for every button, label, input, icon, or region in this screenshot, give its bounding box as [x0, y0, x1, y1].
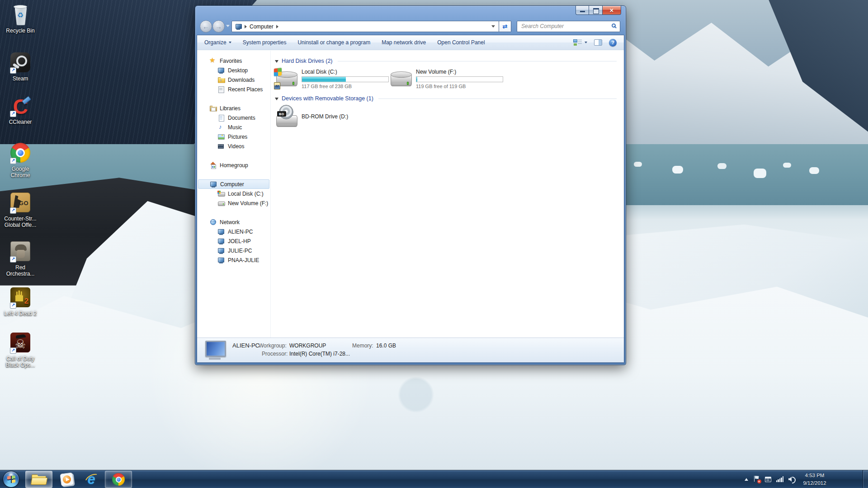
breadcrumb-arrow-icon[interactable] — [276, 25, 278, 28]
desktop-icon-red-orchestra[interactable]: Red Orchestra... — [1, 240, 40, 277]
sidebar-item-pictures[interactable]: Pictures — [197, 132, 270, 141]
details-pane: ALIEN-PC Workgroup: WORKGROUP Memory: 16… — [197, 338, 624, 362]
taskbar-media-player-button[interactable] — [56, 471, 78, 488]
workgroup-label: Workgroup: — [259, 343, 287, 349]
desktop-icon-left-4-dead-2[interactable]: 2 Left 4 Dead 2 — [1, 286, 40, 317]
bd-label: BD — [277, 111, 286, 117]
sidebar-item-joel-hp[interactable]: JOEL-HP — [197, 236, 270, 246]
sidebar-group-computer[interactable]: Computer — [198, 179, 269, 189]
favorites-star-icon — [209, 57, 217, 65]
file-list-area: Hard Disk Drives (2) 22 Local Disk (C:) — [271, 51, 624, 338]
sidebar-item-alien-pc[interactable]: ALIEN-PC — [197, 227, 270, 236]
sidebar-item-desktop[interactable]: Desktop — [197, 66, 270, 75]
start-button[interactable] — [3, 471, 19, 488]
processor-value: Intel(R) Core(TM) i7-28... — [289, 351, 350, 357]
shortcut-arrow-icon — [10, 111, 16, 117]
show-desktop-button[interactable] — [863, 470, 868, 488]
desktop-icon-recycle-bin[interactable]: Recycle Bin — [1, 5, 40, 34]
sidebar-item-pnaa-julie[interactable]: PNAA-JULIE — [197, 255, 270, 265]
breadcrumb-location[interactable]: Computer — [250, 23, 274, 30]
open-control-panel-button[interactable]: Open Control Panel — [437, 39, 485, 46]
change-view-button[interactable] — [573, 39, 587, 46]
history-dropdown-icon[interactable] — [226, 25, 230, 27]
drive-new-volume-f[interactable]: New Volume (F:) 119 GB free of 119 GB — [389, 68, 504, 89]
windows-update-icon[interactable] — [765, 477, 771, 482]
address-bar[interactable]: Computer — [231, 21, 499, 32]
chevron-down-icon — [229, 42, 231, 43]
address-dropdown-icon[interactable] — [491, 25, 495, 28]
taskbar-chrome-button[interactable] — [105, 471, 132, 488]
sidebar-item-new-volume-f[interactable]: New Volume (F:) — [197, 198, 270, 208]
desktop-icon-ccleaner[interactable]: CCleaner — [1, 96, 40, 125]
sidebar-item-julie-pc[interactable]: JULIE-PC — [197, 246, 270, 255]
search-input[interactable]: Search Computer — [517, 21, 620, 32]
network-pc-icon — [217, 247, 225, 254]
group-header-hard-disk-drives[interactable]: Hard Disk Drives (2) — [275, 57, 617, 65]
drive-bd-rom-d[interactable]: BD BD-ROM Drive (D:) — [275, 105, 617, 128]
taskbar-explorer-button[interactable] — [25, 471, 52, 488]
music-note-icon — [217, 124, 225, 131]
maximize-button[interactable] — [589, 6, 602, 15]
volume-icon[interactable] — [788, 476, 796, 482]
capacity-bar — [416, 76, 503, 82]
system-properties-button[interactable]: System properties — [243, 39, 287, 46]
desktop-icon-label: Red Orchestra... — [1, 264, 40, 277]
clock-date: 9/12/2012 — [801, 479, 828, 487]
shortcut-arrow-icon — [10, 207, 16, 214]
memory-label: Memory: — [352, 343, 373, 349]
drive-name: New Volume (F:) — [416, 69, 503, 75]
back-button[interactable]: ← — [200, 20, 212, 33]
explorer-window: ← → Computer ⇄ Search Computer Organize … — [195, 5, 626, 365]
sidebar-item-documents[interactable]: Documents — [197, 113, 270, 122]
drive-led — [407, 82, 409, 85]
collapse-triangle-icon[interactable] — [275, 60, 278, 63]
command-toolbar: Organize System properties Uninstall or … — [197, 35, 624, 50]
desktop-icon-label: Counter-Str... Global Offe... — [1, 216, 40, 228]
ccleaner-icon — [9, 96, 31, 117]
minimize-button[interactable] — [576, 6, 589, 15]
free-space-text: 119 GB free of 119 GB — [416, 84, 503, 89]
desktop-icon-steam[interactable]: Steam — [1, 52, 40, 82]
sidebar-group-homegroup[interactable]: Homegroup — [197, 160, 270, 170]
refresh-button[interactable]: ⇄ — [499, 21, 511, 32]
organize-button[interactable]: Organize — [204, 39, 231, 46]
forward-button[interactable]: → — [212, 20, 225, 33]
action-center-flag-icon[interactable]: × — [753, 476, 760, 483]
sidebar-item-videos[interactable]: Videos — [197, 141, 270, 151]
preview-pane-button[interactable] — [594, 39, 602, 46]
network-pc-icon — [217, 228, 225, 235]
drive-led — [292, 82, 294, 85]
explorer-folder-icon — [32, 474, 46, 485]
alert-badge: × — [757, 479, 761, 483]
drive-name: Local Disk (C:) — [302, 69, 389, 75]
shortcut-arrow-icon — [10, 347, 16, 354]
sidebar-group-network[interactable]: Network — [197, 217, 270, 227]
help-button[interactable] — [609, 39, 617, 47]
drive-local-disk-c[interactable]: 22 Local Disk (C:) 117 GB free of 238 GB — [275, 68, 389, 89]
desktop: Recycle Bin Steam CCleaner Google Chrome… — [0, 0, 868, 488]
sidebar-item-local-disk-c[interactable]: Local Disk (C:) — [197, 189, 270, 198]
local-disk-icon — [217, 190, 225, 197]
sidebar-item-recent-places[interactable]: Recent Places — [197, 84, 270, 94]
uninstall-program-button[interactable]: Uninstall or change a program — [297, 39, 370, 46]
taskbar-internet-explorer-button[interactable]: e — [80, 471, 102, 488]
desktop-icon-google-chrome[interactable]: Google Chrome — [1, 142, 40, 178]
collapse-triangle-icon[interactable] — [275, 98, 278, 100]
internet-explorer-icon: e — [87, 473, 95, 486]
clock[interactable]: 4:53 PM 9/12/2012 — [801, 472, 828, 486]
workgroup-value: WORKGROUP — [289, 343, 326, 349]
desktop-icon-csgo[interactable]: GO Counter-Str... Global Offe... — [1, 192, 40, 228]
desktop-icon-label: Steam — [1, 75, 40, 82]
sidebar-item-downloads[interactable]: Downloads — [197, 75, 270, 84]
sidebar-group-favorites[interactable]: Favorites — [197, 56, 270, 66]
map-network-drive-button[interactable]: Map network drive — [382, 39, 426, 46]
show-hidden-icons-chevron[interactable] — [745, 478, 748, 481]
network-pc-icon — [217, 257, 225, 264]
network-signal-icon[interactable] — [776, 476, 784, 482]
sidebar-item-music[interactable]: Music — [197, 122, 270, 132]
breadcrumb-arrow-icon[interactable] — [245, 25, 247, 28]
desktop-icon-call-of-duty[interactable]: Call of Duty Black Ops... — [1, 332, 40, 368]
group-header-removable-storage[interactable]: Devices with Removable Storage (1) — [275, 94, 617, 103]
sidebar-group-libraries[interactable]: Libraries — [197, 103, 270, 113]
close-button[interactable] — [602, 6, 621, 15]
